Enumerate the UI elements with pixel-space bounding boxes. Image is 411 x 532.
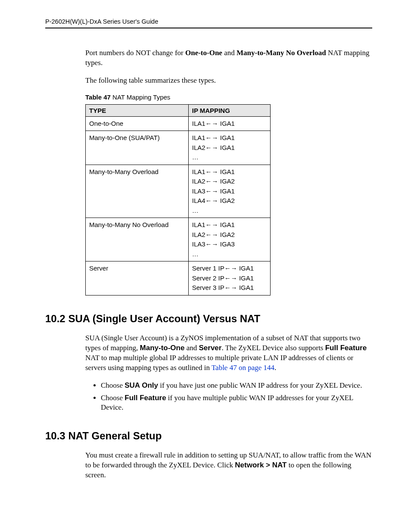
text-bold: Full Feature [325, 344, 367, 352]
text-bold: Many-to-One [140, 344, 185, 352]
intro-para-1: Port numbers do NOT change for One-to-On… [85, 48, 372, 68]
section-heading-10-2: 10.2 SUA (Single User Account) Versus NA… [45, 313, 372, 325]
cell-type: Many-to-One (SUA/PAT) [86, 131, 189, 165]
text: . The ZyXEL Device also supports [221, 344, 325, 352]
list-item: Choose Full Feature if you have multiple… [101, 393, 372, 413]
cell-mapping: ILA1←→ IGA1 [188, 116, 270, 131]
text: and [184, 344, 199, 352]
nat-mapping-table: TYPE IP MAPPING One-to-One ILA1←→ IGA1 M… [85, 104, 271, 296]
table-row: Many-to-Many Overload ILA1←→ IGA1ILA2←→ … [86, 165, 271, 218]
cell-type: Many-to-Many Overload [86, 165, 189, 218]
text: . [274, 364, 276, 372]
col-header-mapping: IP MAPPING [188, 104, 270, 116]
text-bold: Full Feature [125, 394, 166, 402]
running-header: P-2602H(W)(L)-DxA Series User's Guide [45, 18, 372, 28]
text-bold: SUA Only [125, 381, 158, 389]
table-row: Many-to-Many No Overload ILA1←→ IGA1ILA2… [86, 218, 271, 261]
sua-para: SUA (Single User Account) is a ZyNOS imp… [85, 333, 372, 373]
text: and [222, 49, 237, 57]
cell-mapping: ILA1←→ IGA1ILA2←→ IGA1… [188, 131, 270, 165]
page: P-2602H(W)(L)-DxA Series User's Guide Po… [0, 0, 411, 532]
col-header-type: TYPE [86, 104, 189, 116]
text-bold: One-to-One [185, 49, 222, 57]
cell-mapping: ILA1←→ IGA1ILA2←→ IGA2ILA3←→ IGA1ILA4←→ … [188, 165, 270, 218]
text-bold: Many-to-Many No Overload [237, 49, 326, 57]
text-bold: Server [199, 344, 221, 352]
section-10-3-body: You must create a firewall rule in addit… [85, 451, 372, 480]
text: Port numbers do NOT change for [85, 49, 185, 57]
bullet-list: Choose SUA Only if you have just one pub… [93, 381, 372, 413]
cell-type: Many-to-Many No Overload [86, 218, 189, 261]
section-10-2-body: SUA (Single User Account) is a ZyNOS imp… [85, 333, 372, 413]
table-row: Many-to-One (SUA/PAT) ILA1←→ IGA1ILA2←→ … [86, 131, 271, 165]
caption-number: Table 47 [85, 93, 111, 101]
table-row: One-to-One ILA1←→ IGA1 [86, 116, 271, 131]
intro-para-2: The following table summarizes these typ… [85, 76, 372, 86]
header-title: P-2602H(W)(L)-DxA Series User's Guide [45, 18, 158, 25]
cell-mapping: ILA1←→ IGA1ILA2←→ IGA2ILA3←→ IGA3… [188, 218, 270, 261]
text: if you have just one public WAN IP addre… [158, 381, 362, 389]
cell-type: One-to-One [86, 116, 189, 131]
table-row: Server Server 1 IP←→ IGA1Server 2 IP←→ I… [86, 261, 271, 296]
nat-setup-para: You must create a firewall rule in addit… [85, 451, 372, 480]
section-heading-10-3: 10.3 NAT General Setup [45, 430, 372, 442]
text: Choose [101, 394, 125, 402]
body-content: Port numbers do NOT change for One-to-On… [85, 48, 372, 296]
cell-mapping: Server 1 IP←→ IGA1Server 2 IP←→ IGA1Serv… [188, 261, 270, 296]
list-item: Choose SUA Only if you have just one pub… [101, 381, 372, 391]
cell-type: Server [86, 261, 189, 296]
text-bold: Network > NAT [235, 461, 286, 469]
table-caption: Table 47 NAT Mapping Types [85, 93, 372, 101]
caption-title: NAT Mapping Types [111, 93, 170, 101]
text: Choose [101, 381, 125, 389]
cross-ref-link[interactable]: Table 47 on page 144 [212, 364, 274, 372]
